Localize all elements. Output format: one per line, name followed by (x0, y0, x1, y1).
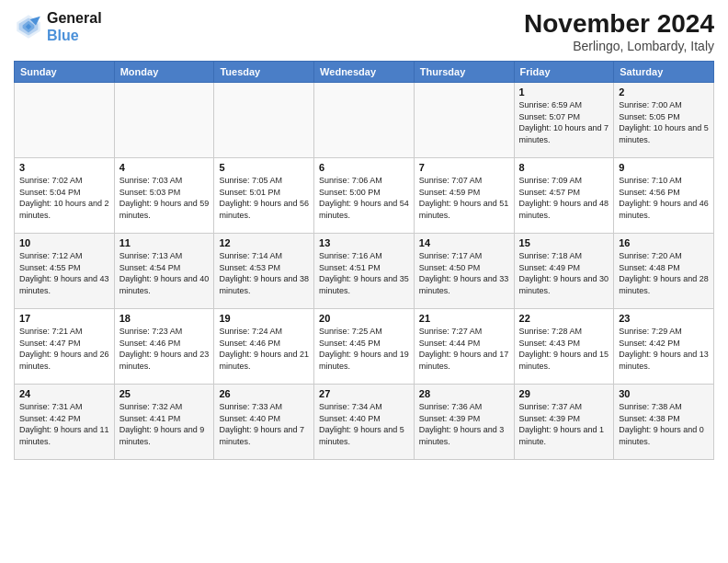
weekday-header-cell: Thursday (414, 62, 514, 83)
calendar-day-cell: 17Sunrise: 7:21 AMSunset: 4:47 PMDayligh… (15, 309, 115, 385)
day-info: Sunrise: 7:16 AMSunset: 4:51 PMDaylight:… (319, 250, 409, 296)
day-number: 29 (519, 388, 609, 399)
weekday-header-row: SundayMondayTuesdayWednesdayThursdayFrid… (15, 62, 714, 83)
calendar-day-cell: 30Sunrise: 7:38 AMSunset: 4:38 PMDayligh… (614, 385, 714, 460)
day-info: Sunrise: 7:29 AMSunset: 4:42 PMDaylight:… (619, 326, 709, 372)
day-info: Sunrise: 7:25 AMSunset: 4:45 PMDaylight:… (319, 326, 409, 372)
day-number: 6 (319, 162, 409, 173)
calendar-week-row: 1Sunrise: 6:59 AMSunset: 5:07 PMDaylight… (15, 83, 714, 158)
day-number: 22 (519, 313, 609, 324)
calendar-day-cell: 13Sunrise: 7:16 AMSunset: 4:51 PMDayligh… (314, 234, 415, 309)
weekday-header-cell: Friday (514, 62, 614, 83)
weekday-header-cell: Sunday (15, 62, 115, 83)
calendar-day-cell: 24Sunrise: 7:31 AMSunset: 4:42 PMDayligh… (15, 385, 115, 460)
day-info: Sunrise: 7:18 AMSunset: 4:49 PMDaylight:… (519, 250, 609, 296)
calendar-day-cell: 4Sunrise: 7:03 AMSunset: 5:03 PMDaylight… (114, 158, 214, 234)
calendar-day-cell: 25Sunrise: 7:32 AMSunset: 4:41 PMDayligh… (114, 385, 214, 460)
day-info: Sunrise: 7:00 AMSunset: 5:05 PMDaylight:… (619, 99, 709, 145)
day-info: Sunrise: 7:17 AMSunset: 4:50 PMDaylight:… (419, 250, 509, 296)
day-number: 15 (519, 237, 609, 248)
calendar-day-cell: 2Sunrise: 7:00 AMSunset: 5:05 PMDaylight… (614, 83, 714, 158)
location: Berlingo, Lombardy, Italy (524, 39, 714, 53)
day-number: 28 (419, 388, 509, 399)
calendar-day-cell: 15Sunrise: 7:18 AMSunset: 4:49 PMDayligh… (514, 234, 614, 309)
day-info: Sunrise: 7:13 AMSunset: 4:54 PMDaylight:… (119, 250, 210, 296)
calendar-day-cell: 1Sunrise: 6:59 AMSunset: 5:07 PMDaylight… (514, 83, 614, 158)
calendar-week-row: 24Sunrise: 7:31 AMSunset: 4:42 PMDayligh… (15, 385, 714, 460)
weekday-header-cell: Monday (114, 62, 214, 83)
day-number: 5 (219, 162, 309, 173)
day-number: 10 (19, 237, 109, 248)
calendar-day-cell: 10Sunrise: 7:12 AMSunset: 4:55 PMDayligh… (15, 234, 115, 309)
day-number: 1 (519, 86, 609, 98)
month-title: November 2024 (524, 9, 714, 39)
day-info: Sunrise: 7:20 AMSunset: 4:48 PMDaylight:… (619, 250, 709, 296)
day-info: Sunrise: 7:32 AMSunset: 4:41 PMDaylight:… (119, 401, 210, 447)
calendar-day-cell: 3Sunrise: 7:02 AMSunset: 5:04 PMDaylight… (15, 158, 115, 234)
day-info: Sunrise: 7:21 AMSunset: 4:47 PMDaylight:… (19, 326, 109, 372)
calendar-day-cell: 27Sunrise: 7:34 AMSunset: 4:40 PMDayligh… (314, 385, 415, 460)
day-info: Sunrise: 7:23 AMSunset: 4:46 PMDaylight:… (119, 326, 210, 372)
calendar-day-cell: 14Sunrise: 7:17 AMSunset: 4:50 PMDayligh… (414, 234, 514, 309)
day-number: 24 (19, 388, 109, 399)
page: General Blue November 2024 Berlingo, Lom… (0, 0, 728, 563)
day-number: 8 (519, 162, 609, 173)
calendar-day-cell: 12Sunrise: 7:14 AMSunset: 4:53 PMDayligh… (214, 234, 314, 309)
day-number: 14 (419, 237, 509, 248)
calendar-day-cell: 21Sunrise: 7:27 AMSunset: 4:44 PMDayligh… (414, 309, 514, 385)
day-number: 25 (119, 388, 210, 399)
calendar-day-cell: 16Sunrise: 7:20 AMSunset: 4:48 PMDayligh… (614, 234, 714, 309)
calendar-day-cell: 19Sunrise: 7:24 AMSunset: 4:46 PMDayligh… (214, 309, 314, 385)
day-number: 16 (619, 237, 709, 248)
day-number: 12 (219, 237, 309, 248)
weekday-header-cell: Wednesday (314, 62, 415, 83)
calendar-day-cell: 5Sunrise: 7:05 AMSunset: 5:01 PMDaylight… (214, 158, 314, 234)
calendar-day-cell: 23Sunrise: 7:29 AMSunset: 4:42 PMDayligh… (614, 309, 714, 385)
day-number: 21 (419, 313, 509, 324)
day-number: 23 (619, 313, 709, 324)
calendar-day-cell (214, 83, 314, 158)
calendar-day-cell (114, 83, 214, 158)
day-info: Sunrise: 7:28 AMSunset: 4:43 PMDaylight:… (519, 326, 609, 372)
day-number: 18 (119, 313, 210, 324)
logo-icon (14, 12, 43, 41)
day-info: Sunrise: 7:24 AMSunset: 4:46 PMDaylight:… (219, 326, 309, 372)
calendar-day-cell: 22Sunrise: 7:28 AMSunset: 4:43 PMDayligh… (514, 309, 614, 385)
logo-text: General Blue (47, 9, 102, 44)
calendar-table: SundayMondayTuesdayWednesdayThursdayFrid… (14, 61, 714, 460)
calendar-day-cell: 20Sunrise: 7:25 AMSunset: 4:45 PMDayligh… (314, 309, 415, 385)
day-info: Sunrise: 7:14 AMSunset: 4:53 PMDaylight:… (219, 250, 309, 296)
day-info: Sunrise: 7:03 AMSunset: 5:03 PMDaylight:… (119, 175, 210, 221)
day-number: 27 (319, 388, 409, 399)
header: General Blue November 2024 Berlingo, Lom… (14, 9, 714, 53)
calendar-week-row: 17Sunrise: 7:21 AMSunset: 4:47 PMDayligh… (15, 309, 714, 385)
day-info: Sunrise: 7:31 AMSunset: 4:42 PMDaylight:… (19, 401, 109, 447)
day-number: 9 (619, 162, 709, 173)
day-number: 11 (119, 237, 210, 248)
day-info: Sunrise: 7:02 AMSunset: 5:04 PMDaylight:… (19, 175, 109, 221)
calendar-day-cell: 6Sunrise: 7:06 AMSunset: 5:00 PMDaylight… (314, 158, 415, 234)
day-number: 26 (219, 388, 309, 399)
calendar-day-cell: 18Sunrise: 7:23 AMSunset: 4:46 PMDayligh… (114, 309, 214, 385)
day-number: 7 (419, 162, 509, 173)
day-number: 3 (19, 162, 109, 173)
weekday-header-cell: Tuesday (214, 62, 314, 83)
day-number: 19 (219, 313, 309, 324)
day-number: 20 (319, 313, 409, 324)
day-info: Sunrise: 7:12 AMSunset: 4:55 PMDaylight:… (19, 250, 109, 296)
calendar-day-cell: 9Sunrise: 7:10 AMSunset: 4:56 PMDaylight… (614, 158, 714, 234)
day-info: Sunrise: 7:10 AMSunset: 4:56 PMDaylight:… (619, 175, 709, 221)
day-info: Sunrise: 7:37 AMSunset: 4:39 PMDaylight:… (519, 401, 609, 447)
day-info: Sunrise: 6:59 AMSunset: 5:07 PMDaylight:… (519, 99, 609, 145)
calendar-week-row: 3Sunrise: 7:02 AMSunset: 5:04 PMDaylight… (15, 158, 714, 234)
day-number: 4 (119, 162, 210, 173)
day-number: 17 (19, 313, 109, 324)
calendar-day-cell: 11Sunrise: 7:13 AMSunset: 4:54 PMDayligh… (114, 234, 214, 309)
day-info: Sunrise: 7:33 AMSunset: 4:40 PMDaylight:… (219, 401, 309, 447)
calendar-week-row: 10Sunrise: 7:12 AMSunset: 4:55 PMDayligh… (15, 234, 714, 309)
day-info: Sunrise: 7:07 AMSunset: 4:59 PMDaylight:… (419, 175, 509, 221)
day-info: Sunrise: 7:05 AMSunset: 5:01 PMDaylight:… (219, 175, 309, 221)
calendar-day-cell: 7Sunrise: 7:07 AMSunset: 4:59 PMDaylight… (414, 158, 514, 234)
logo: General Blue (14, 9, 102, 44)
calendar-day-cell: 8Sunrise: 7:09 AMSunset: 4:57 PMDaylight… (514, 158, 614, 234)
